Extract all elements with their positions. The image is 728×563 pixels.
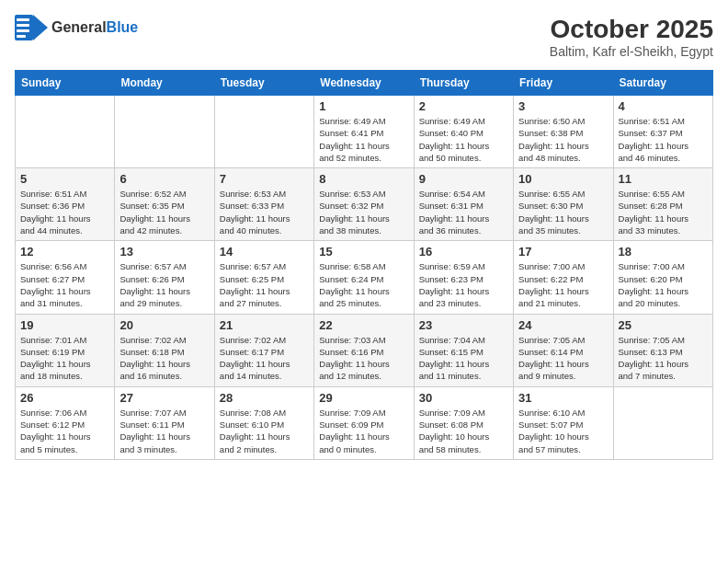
- header-wednesday: Wednesday: [314, 71, 414, 96]
- calendar-cell: 21Sunrise: 7:02 AM Sunset: 6:17 PM Dayli…: [214, 314, 313, 386]
- calendar-cell: 6Sunrise: 6:52 AM Sunset: 6:35 PM Daylig…: [115, 168, 214, 241]
- header-monday: Monday: [115, 71, 214, 96]
- calendar-cell: 8Sunrise: 6:53 AM Sunset: 6:32 PM Daylig…: [314, 168, 414, 241]
- calendar-week-row: 1Sunrise: 6:49 AM Sunset: 6:41 PM Daylig…: [16, 96, 713, 168]
- calendar-cell: 13Sunrise: 6:57 AM Sunset: 6:26 PM Dayli…: [115, 241, 214, 314]
- day-info: Sunrise: 6:49 AM Sunset: 6:41 PM Dayligh…: [319, 115, 408, 164]
- calendar-cell: 16Sunrise: 6:59 AM Sunset: 6:23 PM Dayli…: [414, 241, 513, 314]
- day-info: Sunrise: 6:55 AM Sunset: 6:28 PM Dayligh…: [619, 188, 708, 236]
- day-info: Sunrise: 6:53 AM Sunset: 6:33 PM Dayligh…: [220, 188, 309, 236]
- calendar-cell: 14Sunrise: 6:57 AM Sunset: 6:25 PM Dayli…: [214, 241, 313, 314]
- calendar-cell: 3Sunrise: 6:50 AM Sunset: 6:38 PM Daylig…: [514, 96, 613, 168]
- day-info: Sunrise: 7:07 AM Sunset: 6:11 PM Dayligh…: [119, 407, 209, 455]
- day-number: 27: [119, 391, 209, 405]
- calendar-cell: 17Sunrise: 7:00 AM Sunset: 6:22 PM Dayli…: [514, 241, 613, 314]
- calendar-cell: 19Sunrise: 7:01 AM Sunset: 6:19 PM Dayli…: [16, 314, 115, 386]
- day-info: Sunrise: 7:03 AM Sunset: 6:16 PM Dayligh…: [319, 334, 408, 383]
- day-number: 5: [20, 172, 109, 186]
- header-tuesday: Tuesday: [214, 71, 313, 96]
- header-saturday: Saturday: [613, 71, 712, 96]
- day-number: 13: [119, 245, 209, 259]
- day-info: Sunrise: 6:59 AM Sunset: 6:23 PM Dayligh…: [419, 260, 508, 309]
- day-info: Sunrise: 6:49 AM Sunset: 6:40 PM Dayligh…: [419, 115, 508, 164]
- calendar-cell: 28Sunrise: 7:08 AM Sunset: 6:10 PM Dayli…: [214, 386, 313, 459]
- day-info: Sunrise: 7:00 AM Sunset: 6:20 PM Dayligh…: [619, 260, 708, 309]
- day-number: 9: [419, 172, 508, 186]
- calendar-cell: 20Sunrise: 7:02 AM Sunset: 6:18 PM Dayli…: [115, 314, 214, 386]
- day-info: Sunrise: 7:09 AM Sunset: 6:09 PM Dayligh…: [319, 407, 408, 455]
- day-info: Sunrise: 7:04 AM Sunset: 6:15 PM Dayligh…: [419, 334, 508, 383]
- day-info: Sunrise: 7:00 AM Sunset: 6:22 PM Dayligh…: [518, 260, 608, 309]
- calendar-cell: 30Sunrise: 7:09 AM Sunset: 6:08 PM Dayli…: [414, 386, 513, 459]
- header-sunday: Sunday: [16, 71, 115, 96]
- day-info: Sunrise: 6:50 AM Sunset: 6:38 PM Dayligh…: [518, 115, 608, 164]
- header-thursday: Thursday: [414, 71, 513, 96]
- day-info: Sunrise: 7:06 AM Sunset: 6:12 PM Dayligh…: [20, 407, 109, 455]
- day-info: Sunrise: 7:05 AM Sunset: 6:13 PM Dayligh…: [619, 334, 708, 383]
- day-info: Sunrise: 6:51 AM Sunset: 6:36 PM Dayligh…: [20, 188, 109, 236]
- day-info: Sunrise: 7:08 AM Sunset: 6:10 PM Dayligh…: [220, 407, 309, 455]
- calendar-cell: 1Sunrise: 6:49 AM Sunset: 6:41 PM Daylig…: [314, 96, 414, 168]
- calendar-cell: [613, 386, 712, 459]
- calendar-cell: [115, 96, 214, 168]
- logo-icon: [15, 15, 48, 40]
- calendar-header-row: Sunday Monday Tuesday Wednesday Thursday…: [16, 71, 713, 96]
- day-info: Sunrise: 7:02 AM Sunset: 6:17 PM Dayligh…: [220, 334, 309, 383]
- day-info: Sunrise: 6:52 AM Sunset: 6:35 PM Dayligh…: [119, 188, 209, 236]
- title-block: October 2025 Baltim, Kafr el-Sheikh, Egy…: [550, 15, 713, 59]
- day-number: 16: [419, 245, 508, 259]
- svg-marker-1: [33, 15, 48, 40]
- calendar-table: Sunday Monday Tuesday Wednesday Thursday…: [15, 70, 713, 460]
- calendar-cell: 31Sunrise: 6:10 AM Sunset: 5:07 PM Dayli…: [514, 386, 613, 459]
- day-number: 1: [319, 99, 408, 113]
- page-header: General Blue October 2025 Baltim, Kafr e…: [15, 15, 713, 59]
- day-info: Sunrise: 7:09 AM Sunset: 6:08 PM Dayligh…: [419, 407, 508, 455]
- calendar-week-row: 19Sunrise: 7:01 AM Sunset: 6:19 PM Dayli…: [16, 314, 713, 386]
- day-info: Sunrise: 6:57 AM Sunset: 6:25 PM Dayligh…: [220, 260, 309, 309]
- day-number: 21: [220, 318, 309, 332]
- day-number: 25: [619, 318, 708, 332]
- calendar-cell: 10Sunrise: 6:55 AM Sunset: 6:30 PM Dayli…: [514, 168, 613, 241]
- day-info: Sunrise: 7:02 AM Sunset: 6:18 PM Dayligh…: [119, 334, 209, 383]
- day-number: 26: [20, 391, 109, 405]
- day-number: 2: [419, 99, 508, 113]
- day-info: Sunrise: 6:51 AM Sunset: 6:37 PM Dayligh…: [619, 115, 708, 164]
- calendar-cell: 2Sunrise: 6:49 AM Sunset: 6:40 PM Daylig…: [414, 96, 513, 168]
- calendar-cell: 22Sunrise: 7:03 AM Sunset: 6:16 PM Dayli…: [314, 314, 414, 386]
- day-number: 4: [619, 99, 708, 113]
- calendar-cell: 29Sunrise: 7:09 AM Sunset: 6:09 PM Dayli…: [314, 386, 414, 459]
- logo-blue-text: Blue: [107, 19, 139, 36]
- logo: General Blue: [15, 15, 138, 40]
- day-number: 15: [319, 245, 408, 259]
- day-info: Sunrise: 6:54 AM Sunset: 6:31 PM Dayligh…: [419, 188, 508, 236]
- calendar-cell: 18Sunrise: 7:00 AM Sunset: 6:20 PM Dayli…: [613, 241, 712, 314]
- day-number: 6: [119, 172, 209, 186]
- calendar-cell: 9Sunrise: 6:54 AM Sunset: 6:31 PM Daylig…: [414, 168, 513, 241]
- day-info: Sunrise: 6:53 AM Sunset: 6:32 PM Dayligh…: [319, 188, 408, 236]
- day-number: 14: [220, 245, 309, 259]
- day-number: 8: [319, 172, 408, 186]
- calendar-cell: 24Sunrise: 7:05 AM Sunset: 6:14 PM Dayli…: [514, 314, 613, 386]
- day-number: 24: [518, 318, 608, 332]
- day-number: 18: [619, 245, 708, 259]
- calendar-week-row: 26Sunrise: 7:06 AM Sunset: 6:12 PM Dayli…: [16, 386, 713, 459]
- day-number: 19: [20, 318, 109, 332]
- day-number: 28: [220, 391, 309, 405]
- calendar-week-row: 12Sunrise: 6:56 AM Sunset: 6:27 PM Dayli…: [16, 241, 713, 314]
- day-number: 12: [20, 245, 109, 259]
- svg-rect-2: [17, 18, 29, 21]
- day-number: 22: [319, 318, 408, 332]
- day-number: 17: [518, 245, 608, 259]
- svg-rect-5: [17, 35, 26, 38]
- calendar-subtitle: Baltim, Kafr el-Sheikh, Egypt: [550, 44, 713, 59]
- day-number: 11: [619, 172, 708, 186]
- day-number: 10: [518, 172, 608, 186]
- day-number: 7: [220, 172, 309, 186]
- logo-general-text: General: [51, 19, 107, 36]
- calendar-cell: 25Sunrise: 7:05 AM Sunset: 6:13 PM Dayli…: [613, 314, 712, 386]
- calendar-week-row: 5Sunrise: 6:51 AM Sunset: 6:36 PM Daylig…: [16, 168, 713, 241]
- calendar-cell: 5Sunrise: 6:51 AM Sunset: 6:36 PM Daylig…: [16, 168, 115, 241]
- svg-rect-3: [17, 24, 29, 27]
- day-info: Sunrise: 7:01 AM Sunset: 6:19 PM Dayligh…: [20, 334, 109, 383]
- calendar-cell: 26Sunrise: 7:06 AM Sunset: 6:12 PM Dayli…: [16, 386, 115, 459]
